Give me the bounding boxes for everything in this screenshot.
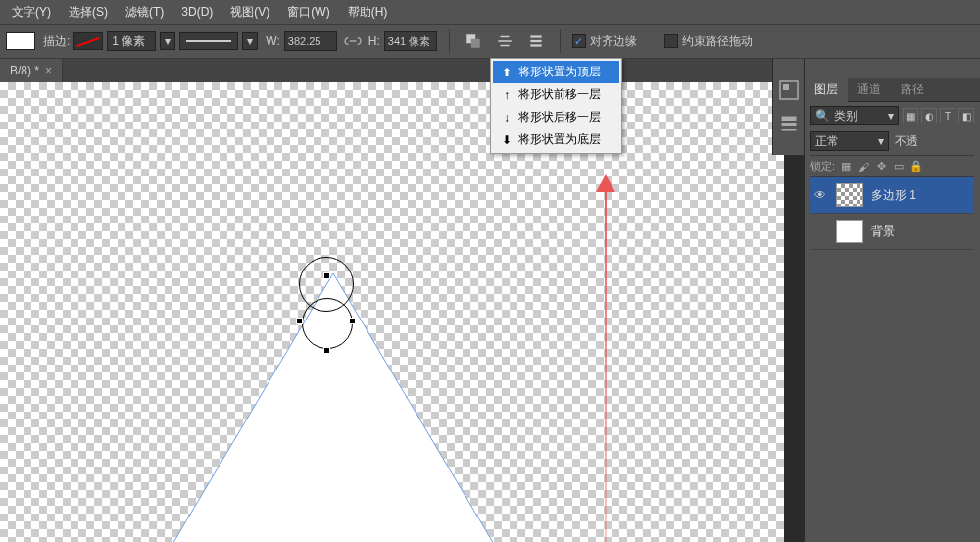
menu-window[interactable]: 窗口(W) [279, 2, 337, 23]
stack-icon: ⬆ [499, 66, 514, 79]
send-to-back-item[interactable]: ⬇将形状置为底层 [493, 128, 619, 151]
width-input[interactable] [284, 31, 337, 51]
w-label: W: [266, 34, 279, 48]
opacity-label: 不透 [895, 133, 918, 150]
h-label: H: [368, 34, 380, 48]
divider2 [560, 29, 561, 53]
link-icon[interactable] [341, 29, 365, 53]
stroke-label: 描边: [43, 33, 70, 50]
menu-filter[interactable]: 滤镜(T) [118, 2, 172, 23]
svg-rect-1 [471, 39, 480, 48]
anchor-handle[interactable] [296, 318, 303, 324]
layers-panel: 图层 通道 路径 🔍 类别 ▾ ▦ ◐ T ◧ 正常▾ 不透 锁定: ▦ 🖌 [804, 59, 980, 542]
blend-mode-select[interactable]: 正常▾ [810, 131, 889, 151]
align-edges-checkbox[interactable] [572, 34, 586, 48]
lock-label: 锁定: [810, 159, 835, 173]
stroke-width-select[interactable]: 1 像素 [107, 31, 156, 51]
menu-select[interactable]: 选择(S) [61, 2, 116, 23]
tab-paths[interactable]: 路径 [891, 77, 934, 102]
menu-3d[interactable]: 3D(D) [173, 3, 220, 21]
lock-transparent-icon[interactable]: ▦ [839, 160, 853, 173]
control-circle-2[interactable] [302, 298, 353, 349]
stroke-width-chev[interactable]: ▾ [160, 32, 175, 50]
layer-name[interactable]: 多边形 1 [871, 187, 916, 204]
lock-artboard-icon[interactable]: ▭ [892, 160, 906, 173]
layer-item-polygon[interactable]: 👁 多边形 1 [810, 177, 974, 214]
stroke-swatch[interactable] [74, 32, 103, 50]
visibility-icon[interactable]: 👁 [814, 188, 828, 202]
tab-title: B/8) * [10, 64, 39, 77]
stroke-style-chev[interactable]: ▾ [242, 32, 258, 50]
anchor-handle[interactable] [349, 318, 356, 324]
menu-text[interactable]: 文字(Y) [4, 2, 59, 23]
close-icon[interactable]: × [45, 64, 52, 77]
tab-layers[interactable]: 图层 [805, 77, 848, 102]
bring-to-front-item[interactable]: ⬆将形状置为顶层 [493, 61, 619, 83]
annotation-arrow-head [596, 174, 615, 192]
stack-icon: ↓ [499, 111, 514, 124]
svg-rect-2 [530, 35, 541, 37]
lock-position-icon[interactable]: ✥ [874, 160, 888, 173]
arrange-dropdown: ⬆将形状置为顶层 ↑将形状前移一层 ↓将形状后移一层 ⬇将形状置为底层 [490, 58, 622, 154]
send-backward-item[interactable]: ↓将形状后移一层 [493, 106, 619, 128]
constrain-checkbox[interactable] [664, 34, 678, 48]
fill-swatch[interactable] [6, 32, 35, 50]
align-edges-label: 对齐边缘 [590, 33, 637, 50]
stack-icon: ⬇ [499, 133, 514, 147]
layer-filter-select[interactable]: 🔍 类别 ▾ [810, 106, 899, 125]
anchor-handle[interactable] [323, 272, 330, 279]
layer-name[interactable]: 背景 [871, 223, 895, 240]
menu-bar: 文字(Y) 选择(S) 滤镜(T) 3D(D) 视图(V) 窗口(W) 帮助(H… [0, 0, 980, 24]
anchor-handle[interactable] [323, 347, 330, 354]
layer-thumbnail[interactable] [836, 220, 863, 243]
panel-tabs: 图层 通道 路径 [805, 78, 980, 102]
path-align-icon[interactable] [493, 29, 516, 53]
svg-rect-3 [530, 40, 541, 42]
svg-rect-4 [530, 44, 541, 46]
path-operations-icon[interactable] [462, 29, 485, 53]
document-tab[interactable]: B/8) * × [0, 59, 63, 82]
constrain-label: 约束路径拖动 [682, 33, 753, 50]
stack-icon: ↑ [499, 88, 514, 102]
panel-icon-2[interactable] [777, 112, 801, 135]
height-input[interactable] [384, 31, 437, 51]
filter-pixel-icon[interactable]: ▦ [903, 108, 918, 123]
filter-adjust-icon[interactable]: ◐ [921, 108, 937, 123]
collapsed-panel-strip [772, 59, 804, 155]
divider [449, 29, 450, 53]
options-bar: 描边: 1 像素 ▾ ▾ W: H: 对齐边缘 约束路径拖动 [0, 24, 980, 59]
panel-icon-1[interactable] [777, 78, 801, 102]
svg-rect-6 [783, 84, 789, 90]
annotation-arrow-line [605, 188, 607, 542]
stroke-style-select[interactable] [179, 32, 238, 50]
path-arrange-icon[interactable] [524, 29, 548, 53]
lock-pixels-icon[interactable]: 🖌 [857, 160, 870, 173]
layer-thumbnail[interactable] [836, 183, 863, 207]
lock-all-icon[interactable]: 🔒 [909, 160, 923, 173]
layer-item-background[interactable]: 背景 [810, 214, 974, 250]
filter-type-icon[interactable]: T [940, 108, 956, 123]
filter-shape-icon[interactable]: ◧ [958, 108, 974, 123]
bring-forward-item[interactable]: ↑将形状前移一层 [493, 83, 619, 106]
menu-view[interactable]: 视图(V) [222, 2, 277, 23]
menu-help[interactable]: 帮助(H) [340, 2, 396, 23]
search-icon: 🔍 [815, 109, 830, 123]
tab-channels[interactable]: 通道 [848, 77, 891, 102]
